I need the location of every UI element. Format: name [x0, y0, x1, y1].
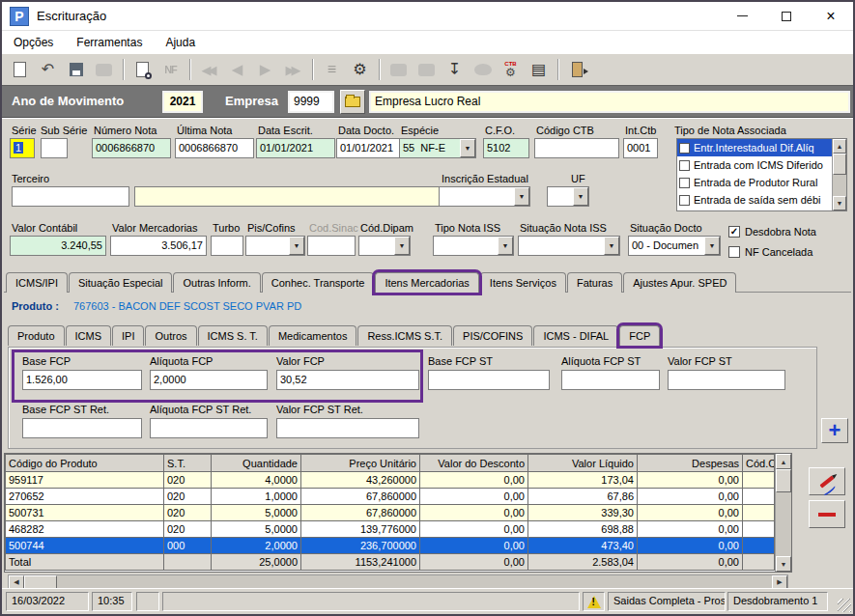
new-document-icon[interactable] — [7, 57, 33, 82]
table-row[interactable]: 4682820205,0000139,7760000,00698,880,00 — [6, 521, 775, 538]
uf-combo[interactable]: ▼ — [547, 186, 589, 207]
tab-situa-o-especial[interactable]: Situação Especial — [69, 272, 172, 293]
tab-ress-icms-s-t[interactable]: Ress.ICMS S.T. — [357, 325, 452, 346]
situacao-nota-iss-combo[interactable]: ▼ — [518, 236, 620, 256]
tab-itens-servi-os[interactable]: Itens Serviços — [480, 272, 566, 293]
exit-icon[interactable] — [564, 57, 590, 82]
nota-associada-item[interactable]: Entrada de saída sem débi — [677, 191, 846, 209]
tab-conhec-transporte[interactable]: Conhec. Transporte — [262, 272, 375, 293]
data-escrit-field[interactable]: 01/01/2021 — [256, 138, 335, 158]
report-list-icon[interactable]: ▤ — [526, 57, 552, 82]
tab-outras-inform[interactable]: Outras Inform. — [173, 272, 260, 293]
edit-item-button[interactable] — [809, 467, 845, 495]
chevron-down-icon[interactable]: ▼ — [604, 237, 619, 255]
scroll-right-icon[interactable]: ▶ — [772, 575, 787, 589]
serie-field[interactable]: 1 — [10, 138, 35, 158]
codigo-ctb-field[interactable] — [534, 138, 619, 158]
tab-fcp[interactable]: FCP — [619, 325, 660, 346]
scroll-thumb[interactable] — [833, 154, 846, 175]
checkbox-icon[interactable] — [679, 178, 690, 188]
chevron-down-icon[interactable]: ▼ — [394, 237, 410, 255]
nota-associada-item[interactable]: Entrada de Produtor Rural — [677, 174, 846, 191]
scroll-thumb[interactable] — [24, 575, 57, 589]
cfo-field[interactable]: 5102 — [483, 138, 529, 158]
tipo-nota-associada-listbox[interactable]: ▲ ▼ Entr.Interestadual Dif.AlíqEntrada c… — [676, 138, 847, 211]
tab-icms-s-t[interactable]: ICMS S. T. — [198, 325, 268, 346]
int-ctb-field[interactable]: 0001 — [623, 138, 658, 158]
tab-produto[interactable]: Produto — [8, 325, 65, 346]
tab-icms-difal[interactable]: ICMS - DIFAL — [533, 325, 618, 346]
sub-serie-field[interactable] — [41, 138, 68, 158]
listbox-scrollbar[interactable]: ▲ ▼ — [832, 139, 846, 210]
grid-scrollbar[interactable]: ▲ ▼ — [775, 454, 791, 572]
cod-sinac-field[interactable] — [307, 236, 356, 256]
scroll-left-icon[interactable]: ◀ — [9, 575, 24, 589]
table-row[interactable]: 5007310205,000067,8600000,00339,300,00 — [6, 505, 775, 521]
resize-grip[interactable] — [838, 599, 851, 612]
undo-icon[interactable]: ↶ — [35, 57, 61, 82]
process-document-icon[interactable]: ⚙ — [347, 57, 373, 82]
save-icon[interactable] — [63, 57, 89, 82]
tipo-nota-iss-combo[interactable]: ▼ — [433, 236, 514, 256]
situacao-docto-combo[interactable]: 00 - Documen▼ — [628, 236, 721, 256]
base-fcp-st-ret-field[interactable] — [22, 418, 142, 438]
chevron-down-icon[interactable]: ▼ — [498, 237, 513, 255]
scroll-thumb[interactable] — [776, 469, 791, 492]
aliquota-fcp-field[interactable]: 2,0000 — [150, 370, 268, 390]
tab-ipi[interactable]: IPI — [112, 325, 144, 346]
checkbox-icon[interactable] — [728, 246, 740, 258]
tab-icms[interactable]: ICMS — [66, 325, 112, 346]
chevron-down-icon[interactable]: ▼ — [514, 187, 529, 206]
valor-fcp-st-field[interactable] — [668, 370, 785, 390]
terceiro-code-field[interactable] — [12, 186, 129, 207]
checkbox-icon[interactable] — [679, 160, 690, 171]
maximize-button[interactable] — [764, 2, 809, 30]
base-fcp-field[interactable]: 1.526,00 — [22, 370, 142, 390]
import-download-icon[interactable]: ↧ — [442, 57, 468, 82]
checkbox-icon[interactable] — [679, 195, 690, 206]
table-row[interactable]: 2706520201,000067,8600000,0067,860,00 — [6, 489, 775, 505]
pis-cofins-combo[interactable]: ▼ — [245, 236, 305, 256]
tab-outros[interactable]: Outros — [145, 325, 196, 346]
valor-contabil-field[interactable]: 3.240,55 — [10, 236, 106, 256]
menu-opcoes[interactable]: Opções — [2, 36, 65, 49]
nf-cancelada-checkbox[interactable]: NF Cancelada — [728, 246, 812, 258]
aliquota-fcp-st-field[interactable] — [561, 370, 660, 390]
inscricao-estadual-combo[interactable]: ▼ — [439, 186, 530, 207]
chevron-down-icon[interactable]: ▼ — [573, 187, 588, 206]
table-row[interactable]: 9591170204,000043,2600000,00173,040,00 — [6, 472, 775, 489]
aliquota-fcp-st-ret-field[interactable] — [150, 418, 268, 438]
tab-medicamentos[interactable]: Medicamentos — [269, 325, 357, 346]
tab-pis-cofins[interactable]: PIS/COFINS — [453, 325, 532, 346]
desdobra-nota-checkbox[interactable]: Desdobra Nota — [728, 226, 816, 238]
close-button[interactable]: × — [809, 2, 853, 30]
checkbox-icon[interactable] — [728, 226, 740, 238]
especie-combo[interactable]: 55 NF-E▼ — [399, 138, 476, 158]
tab-itens-mercadorias[interactable]: Itens Mercadorias — [375, 272, 478, 293]
nota-associada-item[interactable]: Entrada com ICMS Diferido — [677, 156, 846, 174]
ctb-accounting-icon[interactable]: CTB⚙ — [498, 57, 524, 82]
numero-nota-field[interactable]: 0006866870 — [92, 138, 171, 158]
valor-fcp-st-ret-field[interactable] — [276, 418, 419, 438]
cod-dipam-combo[interactable]: ▼ — [358, 236, 411, 256]
empresa-code-field[interactable]: 9999 — [288, 91, 334, 113]
ano-movimento-field[interactable]: 2021 — [162, 91, 203, 113]
valor-fcp-field[interactable]: 30,52 — [276, 370, 419, 390]
add-item-button[interactable]: + — [821, 418, 848, 443]
tab-faturas[interactable]: Faturas — [567, 272, 622, 293]
scroll-up-icon[interactable]: ▲ — [776, 454, 791, 469]
turbo-field[interactable] — [211, 236, 243, 256]
print-preview-icon[interactable] — [129, 57, 156, 82]
ultima-nota-field[interactable]: 0006866870 — [175, 138, 254, 158]
chevron-down-icon[interactable]: ▼ — [704, 237, 720, 255]
scroll-down-icon[interactable]: ▼ — [833, 196, 846, 210]
menu-ferramentas[interactable]: Ferramentas — [65, 36, 154, 49]
tab-icms-ipi[interactable]: ICMS/IPI — [6, 272, 68, 293]
menu-ajuda[interactable]: Ajuda — [154, 36, 207, 49]
open-empresa-button[interactable] — [340, 90, 365, 114]
chevron-down-icon[interactable]: ▼ — [460, 139, 475, 157]
base-fcp-st-field[interactable] — [428, 370, 550, 390]
delete-item-button[interactable] — [809, 500, 845, 528]
tab-ajustes-apur-sped[interactable]: Ajustes Apur. SPED — [623, 272, 736, 293]
table-row[interactable]: 5007440002,0000236,7000000,00473,400,00 — [6, 538, 775, 554]
